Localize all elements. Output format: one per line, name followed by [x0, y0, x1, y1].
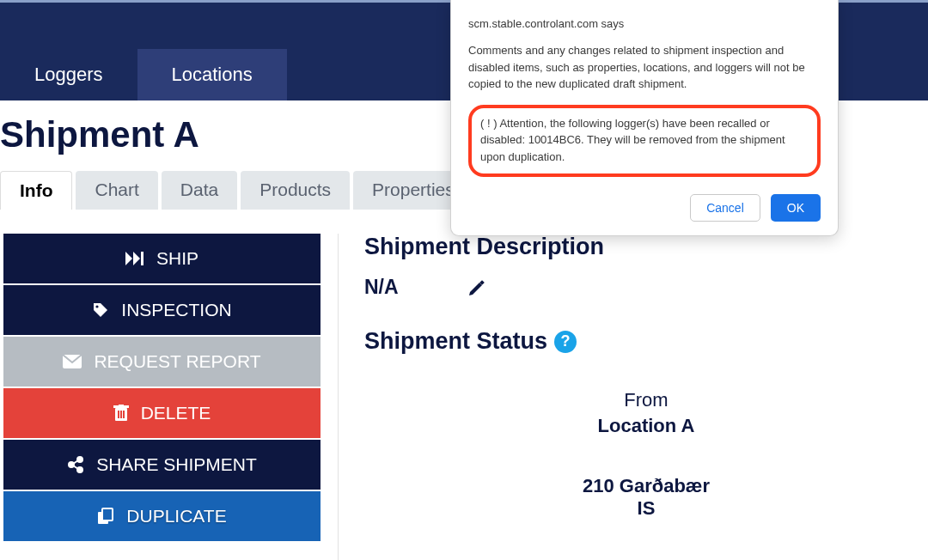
action-sidebar: SHIP INSPECTION REQUEST REPORT DELETE SH… — [0, 234, 339, 560]
envelope-icon — [63, 355, 82, 368]
shipment-description-heading: Shipment Description — [364, 234, 928, 260]
fast-forward-icon — [125, 252, 144, 265]
duplicate-button[interactable]: DUPLICATE — [3, 491, 321, 541]
dialog-source: scm.stable.controlant.com says — [468, 17, 821, 30]
from-country: IS — [457, 497, 835, 520]
ok-button[interactable]: OK — [771, 194, 821, 222]
delete-button[interactable]: DELETE — [3, 388, 321, 438]
dialog-warning-box: ( ! ) Attention, the following logger(s)… — [468, 105, 821, 178]
tag-icon — [92, 301, 109, 319]
svg-rect-15 — [102, 508, 113, 520]
ship-button[interactable]: SHIP — [3, 234, 321, 283]
share-shipment-button[interactable]: SHARE SHIPMENT — [3, 440, 321, 490]
shipment-description-value: N/A — [364, 276, 399, 299]
tab-products[interactable]: Products — [241, 171, 350, 210]
svg-rect-6 — [118, 411, 119, 418]
svg-line-12 — [73, 460, 78, 464]
confirm-dialog: scm.stable.controlant.com says Comments … — [450, 0, 839, 236]
delete-button-label: DELETE — [141, 403, 211, 423]
request-report-button-label: REQUEST REPORT — [94, 351, 260, 372]
dialog-message-1: Comments and any changes related to ship… — [468, 42, 821, 93]
svg-rect-8 — [123, 411, 125, 418]
tab-info[interactable]: Info — [0, 171, 72, 210]
svg-rect-5 — [119, 405, 124, 406]
shipment-status-heading: Shipment Status — [364, 328, 547, 355]
duplicate-button-label: DUPLICATE — [126, 506, 226, 527]
share-icon — [67, 456, 84, 473]
svg-rect-0 — [141, 252, 143, 265]
edit-description-icon[interactable] — [467, 278, 486, 297]
request-report-button: REQUEST REPORT — [3, 337, 321, 387]
from-location-name: Location A — [457, 415, 835, 437]
from-location-block: From Location A 210 Garðabær IS — [457, 389, 835, 520]
cancel-button[interactable]: Cancel — [690, 194, 760, 222]
help-icon[interactable]: ? — [554, 331, 577, 353]
inspection-button[interactable]: INSPECTION — [3, 285, 321, 335]
svg-rect-7 — [120, 411, 122, 418]
from-label: From — [457, 389, 835, 411]
duplicate-icon — [97, 508, 114, 525]
svg-line-13 — [73, 466, 78, 469]
tab-data[interactable]: Data — [162, 171, 237, 210]
trash-icon — [113, 405, 129, 422]
share-shipment-button-label: SHARE SHIPMENT — [96, 454, 257, 475]
tab-chart[interactable]: Chart — [76, 171, 157, 210]
svg-point-1 — [96, 305, 99, 307]
from-address: 210 Garðabær — [457, 475, 835, 497]
ship-button-label: SHIP — [156, 248, 198, 269]
inspection-button-label: INSPECTION — [121, 300, 231, 320]
nav-loggers[interactable]: Loggers — [0, 49, 137, 100]
nav-locations[interactable]: Locations — [137, 49, 287, 100]
